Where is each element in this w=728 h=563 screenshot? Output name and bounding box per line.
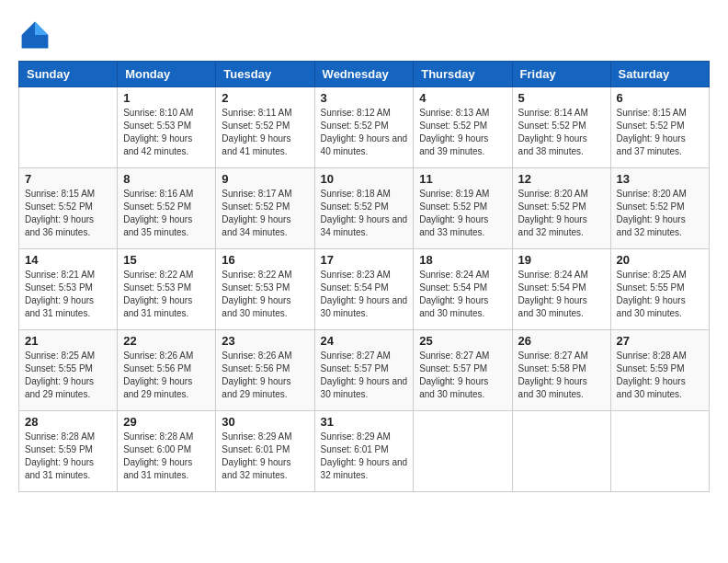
day-info: Sunrise: 8:23 AMSunset: 5:54 PMDaylight:… — [321, 269, 408, 320]
day-number: 7 — [25, 172, 111, 186]
day-number: 13 — [617, 172, 703, 186]
day-info: Sunrise: 8:20 AMSunset: 5:52 PMDaylight:… — [617, 188, 703, 239]
day-info: Sunrise: 8:25 AMSunset: 5:55 PMDaylight:… — [25, 350, 111, 401]
day-info: Sunrise: 8:27 AMSunset: 5:57 PMDaylight:… — [419, 350, 506, 401]
calendar-cell: 13Sunrise: 8:20 AMSunset: 5:52 PMDayligh… — [610, 168, 709, 249]
day-info: Sunrise: 8:14 AMSunset: 5:52 PMDaylight:… — [518, 107, 605, 158]
day-number: 20 — [617, 253, 703, 267]
calendar-cell: 3Sunrise: 8:12 AMSunset: 5:52 PMDaylight… — [314, 87, 414, 168]
calendar-cell: 2Sunrise: 8:11 AMSunset: 5:52 PMDaylight… — [216, 87, 314, 168]
day-number: 11 — [419, 172, 506, 186]
day-info: Sunrise: 8:10 AMSunset: 5:53 PMDaylight:… — [123, 107, 210, 158]
day-info: Sunrise: 8:28 AMSunset: 5:59 PMDaylight:… — [617, 350, 703, 401]
calendar-cell: 21Sunrise: 8:25 AMSunset: 5:55 PMDayligh… — [19, 330, 118, 411]
calendar-cell: 4Sunrise: 8:13 AMSunset: 5:52 PMDaylight… — [414, 87, 512, 168]
calendar-week-1: 1Sunrise: 8:10 AMSunset: 5:53 PMDaylight… — [19, 87, 710, 168]
day-number: 18 — [419, 253, 506, 267]
calendar-cell: 14Sunrise: 8:21 AMSunset: 5:53 PMDayligh… — [19, 249, 118, 330]
day-number: 30 — [222, 415, 308, 429]
day-number: 5 — [518, 91, 605, 105]
day-number: 6 — [617, 91, 703, 105]
day-info: Sunrise: 8:19 AMSunset: 5:52 PMDaylight:… — [419, 188, 506, 239]
day-number: 24 — [321, 334, 408, 348]
calendar-cell: 25Sunrise: 8:27 AMSunset: 5:57 PMDayligh… — [414, 330, 512, 411]
calendar-cell: 10Sunrise: 8:18 AMSunset: 5:52 PMDayligh… — [314, 168, 414, 249]
calendar-cell: 23Sunrise: 8:26 AMSunset: 5:56 PMDayligh… — [216, 330, 314, 411]
calendar-week-4: 21Sunrise: 8:25 AMSunset: 5:55 PMDayligh… — [19, 330, 710, 411]
day-info: Sunrise: 8:11 AMSunset: 5:52 PMDaylight:… — [222, 107, 308, 158]
calendar-cell: 11Sunrise: 8:19 AMSunset: 5:52 PMDayligh… — [414, 168, 512, 249]
calendar-header-friday: Friday — [512, 62, 610, 87]
calendar-header-sunday: Sunday — [19, 62, 118, 87]
calendar-cell: 12Sunrise: 8:20 AMSunset: 5:52 PMDayligh… — [512, 168, 610, 249]
logo — [18, 18, 55, 52]
calendar-cell — [512, 411, 610, 492]
day-number: 22 — [123, 334, 210, 348]
calendar-cell: 20Sunrise: 8:25 AMSunset: 5:55 PMDayligh… — [610, 249, 709, 330]
day-info: Sunrise: 8:26 AMSunset: 5:56 PMDaylight:… — [222, 350, 308, 401]
calendar-cell: 22Sunrise: 8:26 AMSunset: 5:56 PMDayligh… — [118, 330, 216, 411]
calendar-header-monday: Monday — [118, 62, 216, 87]
day-info: Sunrise: 8:25 AMSunset: 5:55 PMDaylight:… — [617, 269, 703, 320]
day-number: 9 — [222, 172, 308, 186]
logo-icon — [18, 18, 51, 52]
day-number: 3 — [321, 91, 408, 105]
calendar-cell — [414, 411, 512, 492]
calendar-cell: 24Sunrise: 8:27 AMSunset: 5:57 PMDayligh… — [314, 330, 414, 411]
calendar-week-3: 14Sunrise: 8:21 AMSunset: 5:53 PMDayligh… — [19, 249, 710, 330]
day-info: Sunrise: 8:18 AMSunset: 5:52 PMDaylight:… — [321, 188, 408, 239]
calendar-cell: 16Sunrise: 8:22 AMSunset: 5:53 PMDayligh… — [216, 249, 314, 330]
day-number: 17 — [321, 253, 408, 267]
calendar-cell: 30Sunrise: 8:29 AMSunset: 6:01 PMDayligh… — [216, 411, 314, 492]
day-number: 28 — [25, 415, 111, 429]
calendar-cell: 28Sunrise: 8:28 AMSunset: 5:59 PMDayligh… — [19, 411, 118, 492]
calendar-cell: 29Sunrise: 8:28 AMSunset: 6:00 PMDayligh… — [118, 411, 216, 492]
day-number: 2 — [222, 91, 308, 105]
day-info: Sunrise: 8:27 AMSunset: 5:58 PMDaylight:… — [518, 350, 605, 401]
calendar-cell: 19Sunrise: 8:24 AMSunset: 5:54 PMDayligh… — [512, 249, 610, 330]
calendar-cell — [610, 411, 709, 492]
calendar-header-wednesday: Wednesday — [314, 62, 414, 87]
day-info: Sunrise: 8:13 AMSunset: 5:52 PMDaylight:… — [419, 107, 506, 158]
calendar-cell: 9Sunrise: 8:17 AMSunset: 5:52 PMDaylight… — [216, 168, 314, 249]
day-info: Sunrise: 8:15 AMSunset: 5:52 PMDaylight:… — [25, 188, 111, 239]
day-info: Sunrise: 8:28 AMSunset: 5:59 PMDaylight:… — [25, 431, 111, 482]
day-info: Sunrise: 8:28 AMSunset: 6:00 PMDaylight:… — [123, 431, 210, 482]
day-number: 10 — [321, 172, 408, 186]
calendar-cell: 7Sunrise: 8:15 AMSunset: 5:52 PMDaylight… — [19, 168, 118, 249]
day-info: Sunrise: 8:24 AMSunset: 5:54 PMDaylight:… — [419, 269, 506, 320]
day-number: 1 — [123, 91, 210, 105]
calendar-table: SundayMondayTuesdayWednesdayThursdayFrid… — [18, 61, 710, 492]
day-number: 15 — [123, 253, 210, 267]
calendar-header-thursday: Thursday — [414, 62, 512, 87]
day-number: 26 — [518, 334, 605, 348]
day-number: 21 — [25, 334, 111, 348]
svg-marker-1 — [35, 22, 48, 35]
day-number: 4 — [419, 91, 506, 105]
calendar-cell: 18Sunrise: 8:24 AMSunset: 5:54 PMDayligh… — [414, 249, 512, 330]
day-number: 31 — [321, 415, 408, 429]
day-number: 23 — [222, 334, 308, 348]
calendar-cell: 27Sunrise: 8:28 AMSunset: 5:59 PMDayligh… — [610, 330, 709, 411]
day-info: Sunrise: 8:26 AMSunset: 5:56 PMDaylight:… — [123, 350, 210, 401]
calendar-cell: 1Sunrise: 8:10 AMSunset: 5:53 PMDaylight… — [118, 87, 216, 168]
day-info: Sunrise: 8:22 AMSunset: 5:53 PMDaylight:… — [222, 269, 308, 320]
calendar-week-5: 28Sunrise: 8:28 AMSunset: 5:59 PMDayligh… — [19, 411, 710, 492]
page-header — [18, 18, 710, 52]
day-info: Sunrise: 8:22 AMSunset: 5:53 PMDaylight:… — [123, 269, 210, 320]
calendar-header-saturday: Saturday — [610, 62, 709, 87]
calendar-cell: 26Sunrise: 8:27 AMSunset: 5:58 PMDayligh… — [512, 330, 610, 411]
day-info: Sunrise: 8:16 AMSunset: 5:52 PMDaylight:… — [123, 188, 210, 239]
calendar-cell: 17Sunrise: 8:23 AMSunset: 5:54 PMDayligh… — [314, 249, 414, 330]
day-number: 14 — [25, 253, 111, 267]
day-info: Sunrise: 8:12 AMSunset: 5:52 PMDaylight:… — [321, 107, 408, 158]
day-number: 16 — [222, 253, 308, 267]
calendar-cell — [19, 87, 118, 168]
day-info: Sunrise: 8:29 AMSunset: 6:01 PMDaylight:… — [321, 431, 408, 482]
calendar-cell: 5Sunrise: 8:14 AMSunset: 5:52 PMDaylight… — [512, 87, 610, 168]
calendar-body: 1Sunrise: 8:10 AMSunset: 5:53 PMDaylight… — [19, 87, 710, 492]
day-number: 12 — [518, 172, 605, 186]
calendar-header-tuesday: Tuesday — [216, 62, 314, 87]
calendar-week-2: 7Sunrise: 8:15 AMSunset: 5:52 PMDaylight… — [19, 168, 710, 249]
day-number: 29 — [123, 415, 210, 429]
